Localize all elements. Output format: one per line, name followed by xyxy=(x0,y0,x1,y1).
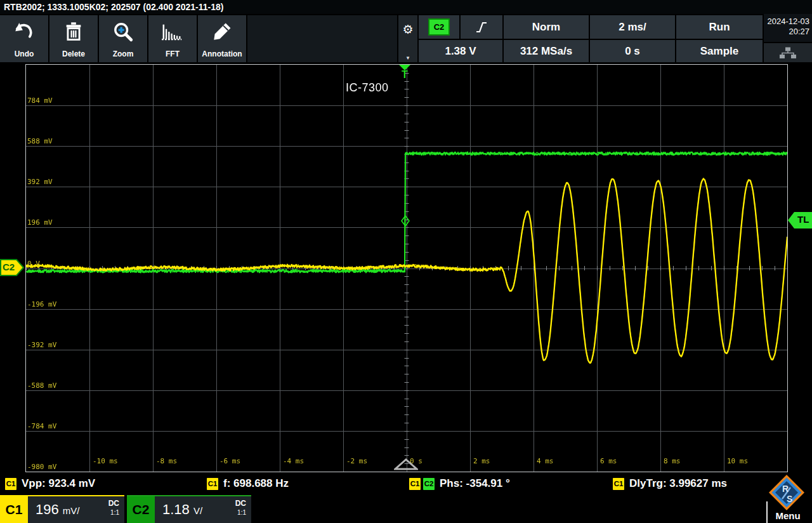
timebase-cell[interactable]: 2 ms/ xyxy=(590,15,675,39)
measurement-value: Phs: -354.91 ° xyxy=(437,477,510,490)
acquisition-mode-cell[interactable]: Sample xyxy=(676,40,763,62)
channel-2-badge: C2 xyxy=(127,496,155,523)
measurement-item: C1f: 698.688 Hz xyxy=(207,477,289,490)
channel-1-scale: 196 mV/ xyxy=(36,501,80,518)
measurement-item: C1DlyTrg: 3.99627 ms xyxy=(613,477,727,490)
measurement-value: DlyTrg: 3.99627 ms xyxy=(627,477,727,490)
network-icon xyxy=(779,47,797,59)
channel-2-coupling: DC1:1 xyxy=(235,499,246,516)
trigger-level-cell[interactable]: 1.38 V xyxy=(419,40,502,62)
svg-text:S: S xyxy=(787,494,792,504)
toolbar-spacer xyxy=(247,15,397,62)
channel-1-badge: C1 xyxy=(0,496,28,523)
rising-edge-icon xyxy=(475,20,488,35)
run-state-cell[interactable]: Run xyxy=(676,15,763,39)
v-axis-label: -588 mV xyxy=(27,381,56,390)
trigger-mode-cell[interactable]: Norm xyxy=(504,15,589,39)
measurement-source-badge: C1 xyxy=(5,478,16,490)
undo-icon xyxy=(0,20,48,44)
trigger-source-badge: C2 xyxy=(428,18,450,36)
measurement-source-badge: C2 xyxy=(423,478,435,490)
date-text: 2024-12-03 xyxy=(764,17,809,27)
measurement-source-badge: C1 xyxy=(409,478,421,490)
waveform-display[interactable]: 784 mV588 mV392 mV196 mV0 V-196 mV-392 m… xyxy=(25,64,788,472)
v-axis-label: -784 mV xyxy=(27,422,56,430)
channel-2-settings[interactable]: C2 1.18 V/ DC1:1 xyxy=(127,495,251,523)
time-text: 20:27 xyxy=(764,27,809,37)
oscilloscope-screen: RTB2002; 1333.1005K02; 202507 (02.400 20… xyxy=(0,0,812,523)
time-reference-marker-icon[interactable] xyxy=(394,458,418,470)
measurement-item: C1Vpp: 923.4 mV xyxy=(5,477,95,490)
trigger-position-marker-label: T xyxy=(402,69,408,81)
t-axis-label: -10 ms xyxy=(93,457,118,465)
settings-button[interactable]: ⚙ ▾ xyxy=(398,15,417,62)
pencil-icon xyxy=(198,20,246,44)
t-axis-label: 10 ms xyxy=(727,457,748,465)
measurement-source-badge: C1 xyxy=(613,478,624,490)
v-axis-label: -392 mV xyxy=(27,341,56,349)
annotation-button[interactable]: Annotation xyxy=(198,15,246,62)
v-axis-label: -980 mV xyxy=(27,463,56,471)
t-axis-label: -2 ms xyxy=(346,457,367,465)
t-axis-label: 6 ms xyxy=(600,457,617,465)
v-axis-label: -196 mV xyxy=(27,300,56,308)
v-axis-label: 196 mV xyxy=(27,218,53,227)
v-axis-label: 588 mV xyxy=(27,137,53,145)
channel-2-scale: 1.18 V/ xyxy=(162,501,202,518)
device-title: RTB2002; 1333.1005K02; 202507 (02.400 20… xyxy=(0,0,812,14)
t-axis-label: -6 ms xyxy=(219,457,240,465)
user-annotation[interactable]: IC-7300 xyxy=(346,81,389,95)
t-axis-label: 8 ms xyxy=(664,457,681,465)
t-axis-label: -4 ms xyxy=(283,457,304,465)
trash-icon xyxy=(49,20,98,44)
fft-icon xyxy=(148,20,197,44)
menu-separator xyxy=(766,501,768,523)
measurement-item: C1C2Phs: -354.91 ° xyxy=(409,477,510,490)
rohde-schwarz-logo: R S xyxy=(769,475,804,510)
undo-button[interactable]: Undo xyxy=(0,15,48,62)
datetime-display: 2024-12-03 20:27 xyxy=(764,14,812,42)
gear-icon: ⚙ xyxy=(398,15,417,44)
plot-overlay: 784 mV588 mV392 mV196 mV0 V-196 mV-392 m… xyxy=(26,65,787,472)
channel-1-coupling: DC1:1 xyxy=(108,499,119,516)
fft-button[interactable]: FFT xyxy=(148,15,197,62)
menu-button[interactable]: Menu xyxy=(769,510,807,521)
measurement-value: Vpp: 923.4 mV xyxy=(19,477,95,490)
zoom-icon xyxy=(99,20,147,44)
t-axis-label: 4 ms xyxy=(537,457,554,465)
delete-button[interactable]: Delete xyxy=(49,15,98,62)
chevron-down-icon: ▾ xyxy=(398,55,417,61)
t-axis-label: -8 ms xyxy=(156,457,177,465)
trigger-level-marker[interactable]: TL xyxy=(788,212,812,228)
trigger-source-cell[interactable]: C2 xyxy=(419,15,459,39)
zoom-button[interactable]: Zoom xyxy=(99,15,147,62)
t-axis-label: 2 ms xyxy=(473,457,490,465)
sample-rate-cell[interactable]: 312 MSa/s xyxy=(504,40,589,62)
network-status xyxy=(764,43,812,62)
v-axis-label: 784 mV xyxy=(27,96,53,105)
v-axis-label: 0 V xyxy=(27,260,40,268)
v-axis-label: 392 mV xyxy=(27,178,53,186)
measurement-source-badge: C1 xyxy=(207,478,218,490)
measurement-bar: C1Vpp: 923.4 mVC1f: 698.688 HzC1C2Phs: -… xyxy=(0,475,812,494)
svg-text:R: R xyxy=(782,484,789,494)
channel-1-settings[interactable]: C1 196 mV/ DC1:1 xyxy=(0,495,124,523)
trigger-slope-cell[interactable] xyxy=(461,15,502,39)
horizontal-position-cell[interactable]: 0 s xyxy=(590,40,675,62)
channel-position-marker[interactable]: C2 xyxy=(0,259,24,276)
measurement-value: f: 698.688 Hz xyxy=(221,477,289,490)
